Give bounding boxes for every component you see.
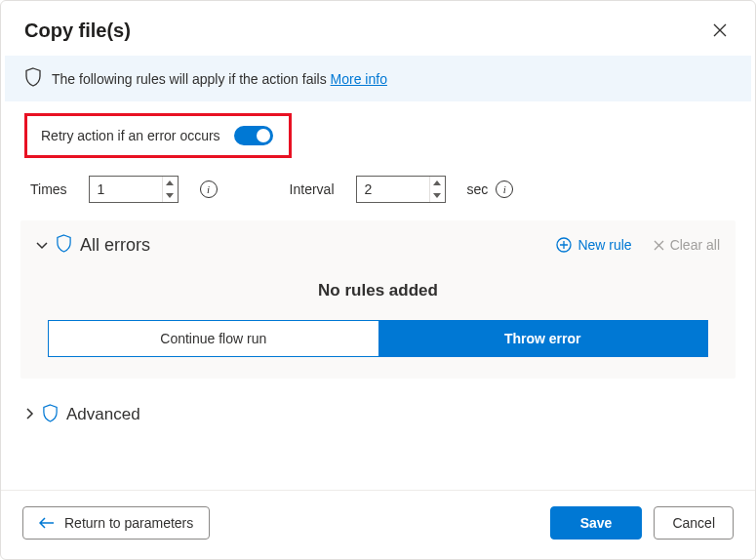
new-rule-label: New rule: [577, 237, 631, 253]
retry-toggle[interactable]: [234, 126, 273, 145]
clear-all-button: Clear all: [654, 237, 720, 253]
times-input[interactable]: [90, 177, 162, 202]
cancel-button[interactable]: Cancel: [654, 506, 734, 540]
advanced-expand-button[interactable]: [26, 407, 34, 422]
retry-highlight: Retry action if an error occurs: [24, 113, 292, 158]
dialog-header: Copy file(s): [1, 1, 755, 56]
panel-title: All errors: [80, 235, 150, 256]
times-up-button[interactable]: [163, 177, 178, 189]
panel-header: All errors New rule Clear all: [36, 234, 720, 256]
x-icon: [654, 240, 664, 251]
more-info-link[interactable]: More info: [331, 71, 387, 87]
dialog-content: Retry action if an error occurs Times i …: [1, 101, 755, 490]
error-handling-dialog: Copy file(s) The following rules will ap…: [0, 0, 756, 560]
chevron-up-icon: [433, 180, 441, 185]
arrow-left-icon: [39, 517, 55, 529]
shield-icon: [56, 234, 72, 256]
clear-all-label: Clear all: [670, 237, 720, 253]
retry-settings-row: Times i Interval sec i: [30, 176, 736, 203]
banner-message: The following rules will apply if the ac…: [52, 71, 331, 87]
save-button[interactable]: Save: [550, 506, 643, 540]
chevron-up-icon: [166, 180, 174, 185]
shield-icon: [42, 404, 59, 425]
toggle-knob: [257, 129, 270, 142]
times-stepper[interactable]: [89, 176, 179, 203]
advanced-title: Advanced: [66, 405, 140, 424]
close-icon: [713, 23, 727, 37]
times-label: Times: [30, 181, 67, 197]
interval-unit: sec: [467, 181, 489, 197]
times-down-button[interactable]: [163, 189, 178, 202]
return-to-parameters-button[interactable]: Return to parameters: [22, 506, 210, 540]
throw-error-button[interactable]: Throw error: [378, 321, 708, 356]
interval-stepper[interactable]: [356, 176, 446, 203]
interval-label: Interval: [290, 181, 335, 197]
dialog-title: Copy file(s): [24, 20, 131, 42]
advanced-section-header[interactable]: Advanced: [20, 404, 736, 425]
interval-info-icon[interactable]: i: [496, 180, 513, 198]
chevron-down-icon: [166, 193, 174, 198]
empty-state-text: No rules added: [36, 281, 720, 300]
interval-down-button[interactable]: [430, 189, 445, 202]
interval-input[interactable]: [357, 177, 429, 202]
dialog-footer: Return to parameters Save Cancel: [1, 490, 755, 559]
new-rule-button[interactable]: New rule: [556, 237, 631, 253]
retry-label: Retry action if an error occurs: [41, 128, 220, 143]
shield-icon: [24, 67, 42, 90]
plus-circle-icon: [556, 237, 572, 253]
chevron-down-icon: [433, 193, 441, 198]
banner-text: The following rules will apply if the ac…: [52, 71, 387, 87]
all-errors-panel: All errors New rule Clear all No rules a…: [20, 220, 736, 379]
return-label: Return to parameters: [64, 515, 193, 531]
times-info-icon[interactable]: i: [200, 180, 218, 198]
interval-up-button[interactable]: [430, 177, 445, 189]
chevron-down-icon: [36, 242, 48, 250]
info-banner: The following rules will apply if the ac…: [5, 56, 751, 101]
close-button[interactable]: [708, 19, 732, 42]
chevron-right-icon: [26, 408, 34, 420]
continue-flow-run-button[interactable]: Continue flow run: [49, 321, 378, 356]
error-action-segmented: Continue flow run Throw error: [48, 320, 708, 357]
panel-collapse-button[interactable]: [36, 237, 48, 253]
